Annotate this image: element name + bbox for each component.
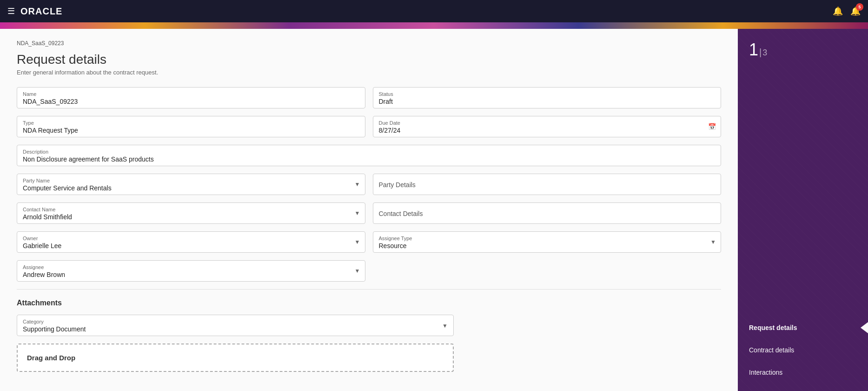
party-name-field[interactable]: Party Name Computer Service and Rentals … — [17, 174, 365, 195]
owner-value: Gabrielle Lee — [23, 242, 359, 249]
contact-name-value: Arnold Smithfield — [23, 213, 359, 221]
notification-badge: 5 — [856, 3, 863, 11]
attachments-title: Attachments — [17, 299, 721, 307]
assignee-type-dropdown-icon[interactable]: ▼ — [710, 239, 716, 245]
contact-name-field[interactable]: Contact Name Arnold Smithfield ▼ — [17, 202, 365, 224]
category-inner: Category Supporting Document — [23, 319, 86, 333]
contact-details-label: Contact Details — [379, 210, 423, 217]
assignee-type-label: Assignee Type — [379, 236, 716, 241]
name-value: NDA_SaaS_09223 — [23, 98, 359, 105]
name-field[interactable]: Name NDA_SaaS_09223 — [17, 87, 365, 108]
step-divider: | — [759, 47, 762, 58]
status-field[interactable]: Status Draft — [373, 87, 722, 108]
form-row-description: Description Non Disclosure agreement for… — [17, 145, 721, 166]
type-field[interactable]: Type NDA Request Type — [17, 116, 365, 137]
right-sidebar: 1 | 3 Request details Contract details I… — [738, 29, 868, 391]
top-nav: ☰ ORACLE 🔔 🔔 5 — [0, 0, 868, 22]
due-date-field[interactable]: Due Date 8/27/24 📅 — [373, 116, 722, 137]
hamburger-icon[interactable]: ☰ — [7, 6, 15, 16]
sidebar-nav-arrow — [861, 322, 868, 333]
nav-left: ☰ ORACLE — [7, 6, 62, 17]
contact-details-box: Contact Details — [373, 202, 722, 224]
content-area: NDA_SaaS_09223 Request details Enter gen… — [0, 29, 738, 391]
due-date-value: 8/27/24 — [379, 127, 716, 134]
form-row-assignee: Assignee Andrew Brown ▼ — [17, 260, 721, 282]
category-value: Supporting Document — [23, 325, 86, 333]
category-label: Category — [23, 319, 86, 324]
attachments-section: Attachments Category Supporting Document… — [17, 299, 721, 372]
assignee-value: Andrew Brown — [23, 271, 359, 278]
form-row-contact: Contact Name Arnold Smithfield ▼ Contact… — [17, 202, 721, 224]
name-label: Name — [23, 91, 359, 97]
oracle-logo: ORACLE — [20, 6, 62, 17]
step-total: 3 — [762, 48, 767, 58]
status-value: Draft — [379, 98, 716, 105]
notification-bell-icon[interactable]: 🔔 — [833, 6, 843, 16]
status-label: Status — [379, 91, 716, 97]
assignee-label: Assignee — [23, 264, 359, 270]
section-divider — [17, 289, 721, 290]
drop-zone-title: Drag and Drop — [27, 354, 444, 362]
description-value: Non Disclosure agreement for SaaS produc… — [23, 155, 715, 163]
main-layout: NDA_SaaS_09223 Request details Enter gen… — [0, 29, 868, 391]
sidebar-nav-item-interactions[interactable]: Interactions — [738, 361, 868, 384]
description-label: Description — [23, 149, 715, 155]
type-label: Type — [23, 120, 359, 126]
assignee-dropdown-icon[interactable]: ▼ — [355, 268, 360, 274]
form-row-name-status: Name NDA_SaaS_09223 Status Draft — [17, 87, 721, 108]
party-name-value: Computer Service and Rentals — [23, 184, 359, 192]
contact-name-dropdown-icon[interactable]: ▼ — [355, 210, 360, 216]
banner-strip — [0, 22, 868, 29]
party-details-label: Party Details — [379, 181, 416, 189]
category-select[interactable]: Category Supporting Document ▼ — [17, 315, 454, 336]
sidebar-step-indicator: 1 | 3 — [738, 29, 868, 67]
party-name-label: Party Name — [23, 178, 359, 183]
description-field[interactable]: Description Non Disclosure agreement for… — [17, 145, 721, 166]
step-current: 1 — [749, 40, 758, 60]
page-subtitle: Enter general information about the cont… — [17, 69, 721, 76]
form-row-owner-assigneetype: Owner Gabrielle Lee ▼ Assignee Type Reso… — [17, 231, 721, 253]
sidebar-nav-label-contract-details: Contract details — [749, 346, 794, 354]
assignee-type-value: Resource — [379, 242, 716, 249]
drop-zone[interactable]: Drag and Drop — [17, 344, 454, 372]
assignee-field[interactable]: Assignee Andrew Brown ▼ — [17, 260, 365, 282]
party-details-box: Party Details — [373, 174, 722, 195]
contact-name-label: Contact Name — [23, 207, 359, 212]
type-value: NDA Request Type — [23, 127, 359, 134]
owner-dropdown-icon[interactable]: ▼ — [355, 239, 360, 245]
category-dropdown-icon[interactable]: ▼ — [442, 323, 448, 329]
alert-bell-icon[interactable]: 🔔 5 — [850, 6, 861, 16]
due-date-label: Due Date — [379, 120, 716, 126]
sidebar-nav-item-request-details[interactable]: Request details — [738, 317, 868, 339]
page-title: Request details — [17, 52, 721, 67]
party-name-dropdown-icon[interactable]: ▼ — [355, 181, 360, 188]
calendar-icon[interactable]: 📅 — [708, 123, 716, 130]
form-row-type-duedate: Type NDA Request Type Due Date 8/27/24 📅 — [17, 116, 721, 137]
assignee-type-field[interactable]: Assignee Type Resource ▼ — [373, 231, 722, 253]
sidebar-nav-label-request-details: Request details — [749, 324, 797, 331]
owner-field[interactable]: Owner Gabrielle Lee ▼ — [17, 231, 365, 253]
step-numbers: 1 | 3 — [749, 40, 857, 60]
breadcrumb: NDA_SaaS_09223 — [17, 40, 721, 47]
sidebar-nav-label-interactions: Interactions — [749, 369, 782, 376]
sidebar-nav: Request details Contract details Interac… — [738, 317, 868, 391]
owner-label: Owner — [23, 236, 359, 241]
form-row-party: Party Name Computer Service and Rentals … — [17, 174, 721, 195]
nav-right: 🔔 🔔 5 — [833, 6, 861, 16]
sidebar-nav-item-contract-details[interactable]: Contract details — [738, 339, 868, 361]
